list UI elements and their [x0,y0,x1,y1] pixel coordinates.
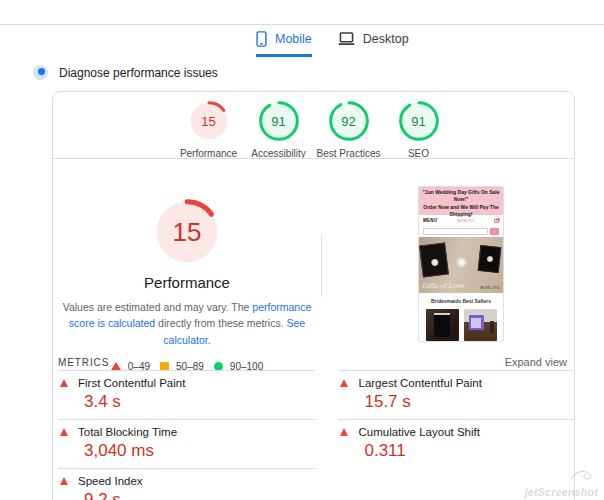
tab-desktop-label: Desktop [363,32,409,46]
report-card: 15 Performance 91 Accessibility 92 Best … [52,91,575,500]
metrics-section: METRICS Expand view First Contentful Pai… [53,356,574,500]
cart-icon [494,219,499,223]
metrics-column-right: Largest Contentful Paint 15.7 s Cumulati… [338,370,574,500]
performance-score: 15 [154,199,220,265]
thumb-brand: BON-ITO [457,218,474,223]
metric-value: 3.4 s [84,391,315,412]
thumb-product-1 [426,309,459,341]
thumb-banner-line1: "Jun Wedding Day Gifts On Sale Now!" [419,189,503,204]
score-value: 15 [189,101,229,141]
description-text: Values are estimated and may vary. The [63,301,253,313]
vertical-divider [321,235,322,297]
fail-triangle-icon [60,379,68,387]
page-screenshot-thumbnail[interactable]: "Jun Wedding Day Gifts On Sale Now!" Ord… [418,186,504,342]
thumb-section-title: Bridesmaids Best Sellers [419,293,503,309]
mobile-icon [256,31,267,47]
metrics-header: METRICS Expand view [53,356,574,368]
header-divider [0,24,604,25]
thumb-hero-image: Gifts of Love BON-ITO [419,237,503,293]
tab-mobile[interactable]: Mobile [256,31,312,57]
metric-value: 9.2 s [84,489,315,500]
performance-title: Performance [53,274,321,291]
thumb-product-2 [464,309,497,341]
score-value: 91 [259,101,299,141]
summary-gauge-seo[interactable]: 91 SEO [385,101,452,159]
thumb-menu-label: MENU [423,218,437,223]
metric-value: 0.311 [364,440,574,461]
tab-mobile-label: Mobile [275,32,312,46]
summary-gauge-accessibility[interactable]: 91 Accessibility [245,101,312,159]
score-summary-row: 15 Performance 91 Accessibility 92 Best … [53,101,574,159]
metric-value: 3,040 ms [84,440,315,461]
device-tabbar: Mobile Desktop [256,31,409,57]
desktop-icon [338,32,355,46]
description-text: directly from these metrics. [155,317,286,329]
metric-cumulative-layout-shift: Cumulative Layout Shift 0.311 [338,419,574,468]
jewelry-box-left [419,243,449,278]
diagnose-label: Diagnose performance issues [59,66,218,80]
summary-gauge-best-practices[interactable]: 92 Best Practices [315,101,382,159]
score-value: 92 [329,101,369,141]
tab-desktop[interactable]: Desktop [338,31,409,57]
thumb-search-input [423,228,488,235]
diagnose-toggle[interactable]: Diagnose performance issues [33,65,218,80]
metric-name: Largest Contentful Paint [358,377,481,389]
metric-name: Total Blocking Time [78,426,177,438]
fail-triangle-icon [60,428,68,436]
fail-triangle-icon [340,428,348,436]
jewelry-box-right [478,245,502,273]
metric-largest-contentful-paint: Largest Contentful Paint 15.7 s [338,370,574,419]
metric-first-contentful-paint: First Contentful Paint 3.4 s [58,370,315,419]
metric-value: 15.7 s [364,391,574,412]
performance-detail-panel: 15 Performance Values are estimated and … [53,158,321,372]
thumb-hero-script: Gifts of Love [422,282,464,290]
performance-main-gauge: 15 [154,199,220,265]
metric-name: Speed Index [78,475,143,487]
pendant [456,257,467,268]
metric-name: Cumulative Layout Shift [358,426,479,438]
score-value: 91 [399,101,439,141]
performance-description: Values are estimated and may vary. The p… [60,299,314,348]
fail-triangle-icon [340,379,348,387]
fail-triangle-icon [60,477,68,485]
metric-total-blocking-time: Total Blocking Time 3,040 ms [58,419,315,468]
metric-name: First Contentful Paint [78,377,185,389]
metrics-column-left: First Contentful Paint 3.4 s Total Block… [58,370,315,500]
thumb-hero-brand: BON-ITO [481,285,500,290]
thumb-products-row [419,309,503,342]
summary-gauge-performance[interactable]: 15 Performance [175,101,242,159]
metrics-heading: METRICS [58,357,109,368]
thumb-search-bar: ⌕ [419,226,503,237]
thumb-promo-banner: "Jun Wedding Day Gifts On Sale Now!" Ord… [419,187,503,215]
metric-speed-index: Speed Index 9.2 s [58,468,315,500]
search-icon: ⌕ [490,228,499,235]
diagnose-icon [33,65,48,80]
expand-view-link[interactable]: Expand view [505,356,567,368]
